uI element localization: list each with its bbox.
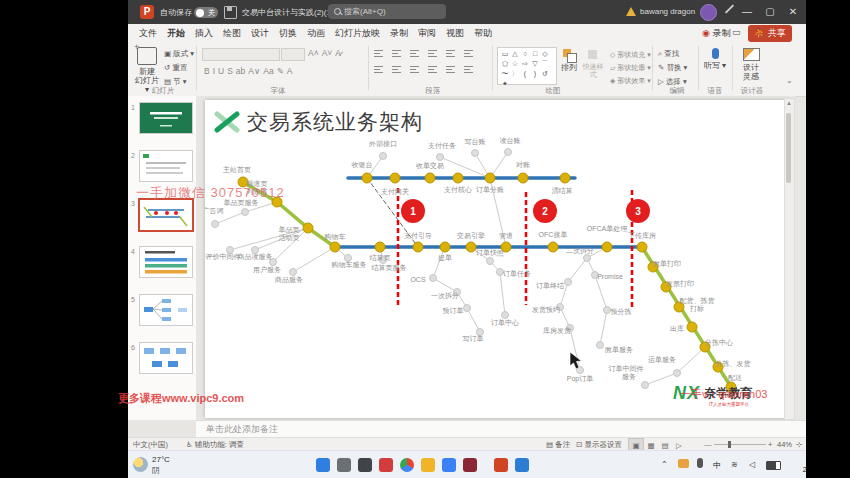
widgets-icon[interactable] — [358, 458, 372, 472]
maximize-button[interactable]: ▢ — [759, 0, 781, 24]
shape-gallery[interactable]: ▭△○□◇⬠☆⇨▽⌒〜〉()↺✦ — [497, 47, 557, 85]
shape-glyph-0[interactable]: ▭ — [500, 49, 510, 59]
slide[interactable]: 交易系统业务架构 收银台外部接口支付网关收单交易支付任务写台账读台账支付核心订单… — [205, 100, 790, 418]
ime-indicator[interactable]: 中 — [713, 460, 721, 471]
slide-thumbnail-6[interactable] — [139, 342, 193, 374]
paragraph-icon-0-2[interactable] — [410, 50, 419, 58]
tab-7[interactable]: 幻灯片放映 — [330, 24, 385, 42]
close-button[interactable]: ✕ — [782, 0, 804, 24]
shape-glyph-5[interactable]: ⬠ — [500, 59, 510, 69]
font-style-icon-1[interactable]: I — [213, 66, 215, 76]
font-style-icon-4[interactable]: ab — [236, 66, 245, 76]
weather-icon[interactable] — [133, 457, 148, 472]
font-name-select[interactable] — [202, 48, 280, 61]
tab-10[interactable]: 视图 — [441, 24, 469, 42]
draw-icon[interactable] — [725, 4, 734, 13]
file-explorer-icon[interactable] — [421, 458, 435, 472]
autosave-toggle[interactable]: 关 — [194, 7, 218, 18]
paragraph-icon-1-1[interactable] — [392, 66, 401, 74]
shape-outline-button[interactable]: ▱ 形状轮廓 ▾ — [610, 63, 651, 73]
paragraph-icon-0-3[interactable] — [428, 50, 437, 58]
shape-effects-button[interactable]: ◈ 形状效果 ▾ — [610, 76, 651, 86]
slide-thumbnail-5[interactable] — [139, 294, 193, 326]
clock[interactable]: 20:052022/6/1 — [788, 456, 806, 474]
shape-glyph-4[interactable]: ◇ — [540, 49, 550, 59]
slide-thumbnail-4[interactable] — [139, 246, 193, 278]
shape-glyph-8[interactable]: ▽ — [530, 59, 540, 69]
slide-thumbnail-3[interactable] — [138, 198, 194, 232]
shape-glyph-7[interactable]: ⇨ — [520, 59, 530, 69]
document-title[interactable]: 交易中台设计与实践(2)(1) — [242, 7, 334, 18]
slide-canvas-area[interactable]: 交易系统业务架构 收银台外部接口支付网关收单交易支付任务写台账读台账支付核心订单… — [196, 96, 796, 420]
notes-placeholder[interactable]: 单击此处添加备注 — [206, 424, 278, 434]
paragraph-icon-1-2[interactable] — [410, 66, 419, 74]
zoom-slider[interactable] — [714, 444, 766, 445]
edge-icon[interactable] — [515, 458, 529, 472]
notes-pane[interactable]: 单击此处添加备注 — [196, 420, 806, 438]
slide-thumbnail-1[interactable] — [139, 102, 193, 134]
slide-thumbnail-2[interactable] — [139, 150, 193, 182]
comments-icon[interactable]: ▭ — [732, 27, 741, 37]
scrollbar-thumb[interactable] — [786, 113, 791, 183]
shape-glyph-11[interactable]: 〉 — [510, 69, 520, 79]
weather-temp[interactable]: 27°C — [152, 455, 170, 464]
replace-button[interactable]: ✎ 替换 ▾ — [658, 63, 687, 73]
shape-fill-button[interactable]: ◇ 形状填充 ▾ — [610, 50, 651, 60]
shape-glyph-12[interactable]: ( — [520, 69, 530, 79]
paragraph-icon-0-0[interactable] — [374, 50, 383, 58]
scroll-up-icon[interactable]: ▲ — [786, 100, 792, 106]
paragraph-icon-1-4[interactable] — [446, 66, 455, 74]
powerpoint-app-icon[interactable]: P — [140, 5, 154, 19]
tab-8[interactable]: 录制 — [385, 24, 413, 42]
paragraph-icon-0-4[interactable] — [446, 50, 455, 58]
quick-styles-button[interactable]: 快速样式 — [580, 48, 606, 79]
shape-glyph-2[interactable]: ○ — [520, 49, 530, 59]
shape-glyph-10[interactable]: 〜 — [500, 69, 510, 79]
font-style-icon-6[interactable]: Aa — [263, 66, 273, 76]
shape-glyph-9[interactable]: ⌒ — [540, 59, 550, 69]
font-size-select[interactable] — [281, 48, 305, 61]
record-button[interactable]: ◉ 录制 — [702, 27, 730, 40]
collapse-ribbon-icon[interactable]: ⌄ — [786, 76, 793, 85]
paragraph-icon-1-5[interactable] — [464, 66, 473, 74]
shape-glyph-13[interactable]: ) — [530, 69, 540, 79]
paragraph-icon-1-0[interactable] — [374, 66, 383, 74]
weather-condition[interactable]: 阴 — [152, 465, 160, 476]
shape-glyph-6[interactable]: ☆ — [510, 59, 520, 69]
battery-icon[interactable] — [766, 461, 781, 470]
font-size-icon-2[interactable]: A̷ — [335, 48, 341, 58]
tray-app-icon[interactable] — [678, 459, 689, 468]
music-app-icon[interactable] — [379, 458, 393, 472]
tab-1[interactable]: 开始 — [162, 24, 190, 44]
dictate-button[interactable]: 听写 ▾ — [702, 48, 728, 70]
start-icon[interactable] — [316, 458, 330, 472]
tray-expand-icon[interactable]: ⌃ — [661, 460, 668, 469]
share-button[interactable]: ⛹ 共享 — [748, 25, 792, 42]
font-style-icon-0[interactable]: B — [204, 66, 210, 76]
zoom-slider-handle[interactable] — [728, 441, 731, 448]
font-size-icon-0[interactable]: A˄ — [308, 48, 319, 58]
paragraph-icon-0-1[interactable] — [392, 50, 401, 58]
paragraph-icon-1-3[interactable] — [428, 66, 437, 74]
font-style-icon-5[interactable]: A∨ — [248, 66, 260, 76]
photos-icon[interactable] — [442, 458, 456, 472]
tab-9[interactable]: 审阅 — [413, 24, 441, 42]
chrome-icon[interactable] — [400, 458, 414, 472]
volume-icon[interactable]: ◁ — [749, 460, 755, 469]
tab-5[interactable]: 切换 — [274, 24, 302, 42]
layout-button[interactable]: ▣ 版式 ▾ — [164, 49, 194, 59]
tab-11[interactable]: 帮助 — [469, 24, 497, 42]
search-icon[interactable] — [337, 458, 351, 472]
wifi-icon[interactable]: ≋ — [731, 460, 738, 469]
tab-3[interactable]: 绘图 — [218, 24, 246, 42]
font-style-icon-8[interactable]: A — [287, 66, 293, 76]
minimize-button[interactable]: — — [736, 0, 758, 24]
shape-glyph-15[interactable]: ✦ — [500, 79, 510, 89]
font-style-icon-3[interactable]: S — [227, 66, 233, 76]
vertical-scrollbar[interactable]: ▲ — [784, 98, 795, 420]
shape-glyph-1[interactable]: △ — [510, 49, 520, 59]
shape-glyph-14[interactable]: ↺ — [540, 69, 550, 79]
mail-app-icon[interactable] — [463, 458, 477, 472]
account-name[interactable]: bawang dragon — [640, 7, 695, 16]
find-button[interactable]: ⌕ 查找 — [658, 49, 679, 59]
